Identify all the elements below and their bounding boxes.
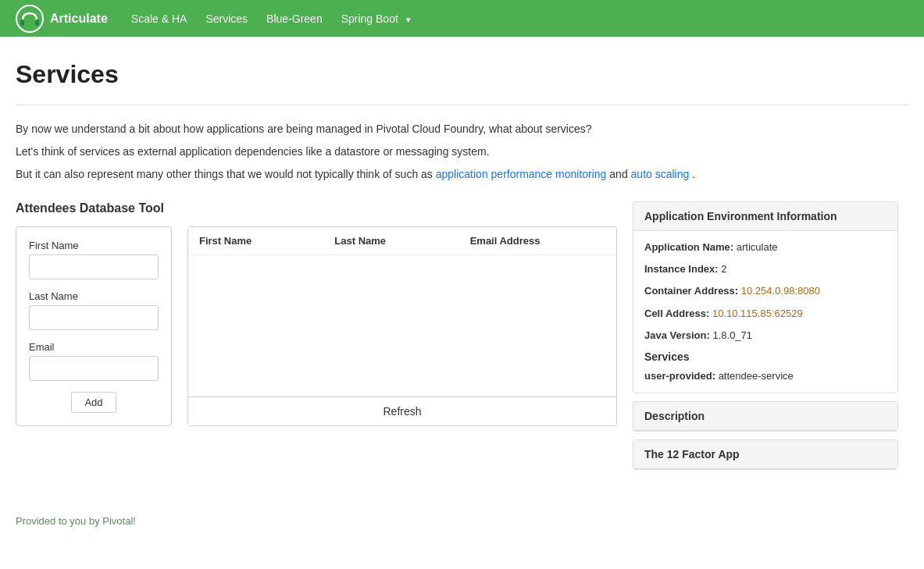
container-address-key: Container Address:	[644, 285, 738, 297]
twelve-factor-box: The 12 Factor App	[633, 439, 898, 470]
app-env-title: Application Environment Information	[633, 202, 897, 231]
dropdown-arrow-icon: ▼	[405, 16, 412, 24]
table-body	[188, 255, 616, 397]
auto-scaling-link[interactable]: auto scaling	[631, 168, 690, 180]
title-divider	[16, 105, 908, 105]
svg-rect-1	[20, 20, 24, 26]
app-name-row: Application Name: articulate	[644, 240, 887, 254]
intro-line-1: By now we understand a bit about how app…	[16, 121, 908, 137]
svg-point-0	[16, 5, 43, 32]
java-version-value: 1.8.0_71	[712, 329, 752, 341]
content-grid: Attendees Database Tool First Name Last …	[16, 201, 908, 476]
nav-services[interactable]: Services	[205, 12, 248, 25]
brand-name: Articulate	[50, 12, 108, 26]
description-box: Description	[633, 401, 898, 432]
brand-link[interactable]: Articulate	[16, 5, 108, 33]
main-content: Services By now we understand a bit abou…	[0, 37, 924, 492]
attendees-tool-title: Attendees Database Tool	[16, 201, 617, 215]
cell-address-key: Cell Address:	[644, 308, 709, 319]
footer-text: Provided to you by Pivotal!	[16, 515, 136, 527]
user-provided-value: attendee-service	[719, 370, 794, 382]
add-button[interactable]: Add	[71, 392, 116, 413]
nav-links: Scale & HA Services Blue-Green Spring Bo…	[131, 12, 412, 25]
container-address-row: Container Address: 10.254.0.98:8080	[644, 284, 887, 298]
description-title: Description	[633, 402, 897, 431]
nav-blue-green[interactable]: Blue-Green	[266, 12, 323, 25]
app-name-value: articulate	[737, 241, 778, 253]
first-name-group: First Name	[29, 240, 159, 279]
right-panel: Application Environment Information Appl…	[633, 201, 898, 476]
refresh-button[interactable]: Refresh	[188, 397, 616, 425]
col-email: Email Address	[470, 235, 605, 247]
last-name-input[interactable]	[29, 305, 159, 330]
nav-spring-boot[interactable]: Spring Boot ▼	[341, 12, 412, 25]
svg-rect-2	[35, 20, 39, 26]
app-env-box: Application Environment Information Appl…	[633, 201, 898, 393]
form-panel: First Name Last Name Email Add	[16, 226, 172, 426]
page-title: Services	[16, 60, 908, 89]
nav-scale-ha[interactable]: Scale & HA	[131, 12, 187, 25]
col-last-name: Last Name	[334, 235, 469, 247]
intro-line-3: But it can also represent many other thi…	[16, 166, 908, 183]
twelve-factor-title: The 12 Factor App	[633, 440, 897, 469]
col-first-name: First Name	[199, 235, 334, 247]
intro-line-2: Let's think of services as external appl…	[16, 144, 908, 160]
attendees-inner: First Name Last Name Email Add	[16, 226, 617, 426]
app-env-body: Application Name: articulate Instance In…	[633, 231, 897, 393]
first-name-input[interactable]	[29, 254, 159, 279]
user-provided-key: user-provided:	[644, 370, 715, 382]
container-address-value: 10.254.0.98:8080	[741, 285, 820, 297]
app-name-key: Application Name:	[644, 241, 733, 253]
table-panel: First Name Last Name Email Address Refre…	[187, 226, 617, 426]
instance-index-row: Instance Index: 2	[644, 262, 887, 276]
table-header: First Name Last Name Email Address	[188, 227, 616, 255]
last-name-group: Last Name	[29, 290, 159, 330]
cell-address-value: 10.10.115.85:62529	[712, 308, 803, 319]
first-name-label: First Name	[29, 240, 159, 251]
footer: Provided to you by Pivotal!	[0, 492, 924, 542]
email-input[interactable]	[29, 356, 159, 381]
user-provided-row: user-provided: attendee-service	[644, 369, 887, 383]
instance-index-value: 2	[721, 263, 726, 275]
apm-link[interactable]: application performance monitoring	[436, 168, 607, 180]
attendees-tool: Attendees Database Tool First Name Last …	[16, 201, 617, 426]
navbar: Articulate Scale & HA Services Blue-Gree…	[0, 0, 924, 37]
java-version-row: Java Version: 1.8.0_71	[644, 329, 887, 343]
services-section-title: Services	[644, 350, 887, 363]
brand-logo	[16, 5, 44, 33]
last-name-label: Last Name	[29, 290, 159, 302]
email-group: Email	[29, 341, 159, 381]
instance-index-key: Instance Index:	[644, 263, 719, 275]
email-label: Email	[29, 341, 159, 353]
cell-address-row: Cell Address: 10.10.115.85:62529	[644, 307, 887, 321]
java-version-key: Java Version:	[644, 329, 710, 341]
